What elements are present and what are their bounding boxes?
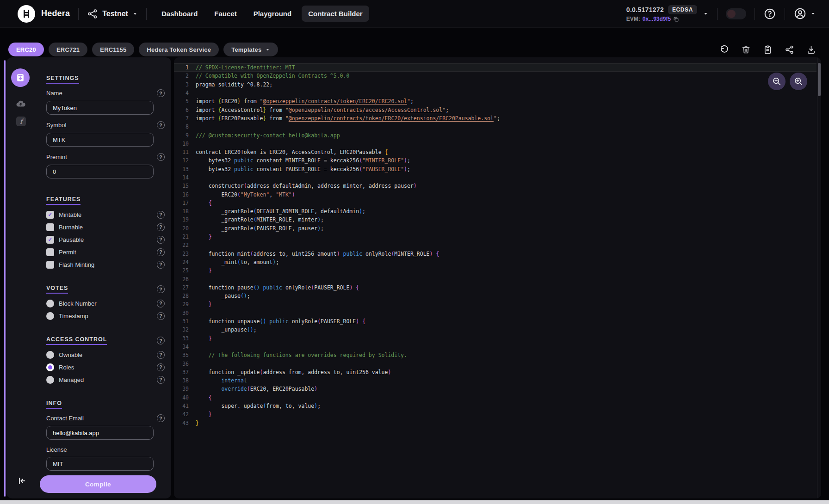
account-menu-button[interactable] — [793, 7, 806, 20]
line-number: 20 — [174, 225, 189, 232]
field-label-license: License — [46, 446, 67, 453]
editor-scrollbar[interactable] — [817, 57, 821, 498]
burnable-checkbox[interactable] — [46, 223, 54, 231]
timestamp-radio[interactable] — [46, 312, 54, 320]
code-line: 15 constructor(address defaultAdmin, add… — [174, 182, 817, 190]
help-icon[interactable]: ? — [157, 261, 165, 269]
network-selector[interactable]: Testnet — [87, 8, 138, 19]
option-label-mintable: Mintable — [59, 211, 81, 218]
line-number: 17 — [174, 200, 189, 206]
contract-file-icon[interactable] — [11, 68, 30, 87]
scrollbar-thumb[interactable] — [818, 63, 821, 96]
premint-input[interactable] — [46, 165, 154, 178]
code-line: 41 super._update(from, to, value); — [174, 402, 817, 410]
top-nav-right: 0.0.5171272 ECDSA EVM: 0x...93d9f5 — [626, 5, 816, 22]
code-line: 4 — [174, 89, 817, 97]
checkbox-row-burnable: Burnable? — [46, 223, 165, 231]
function-icon[interactable]: f — [16, 117, 26, 126]
account-chevron-down-icon[interactable] — [703, 11, 709, 17]
roles-radio[interactable] — [46, 363, 54, 371]
help-icon[interactable]: ? — [157, 236, 165, 244]
help-icon[interactable]: ? — [157, 414, 165, 422]
code-line: 3pragma solidity ^0.8.22; — [174, 80, 817, 89]
line-number: 26 — [174, 276, 189, 283]
radio-row-managed: Managed? — [46, 375, 165, 384]
line-number: 19 — [174, 216, 189, 223]
pausable-checkbox[interactable]: ✓ — [46, 236, 54, 244]
line-number: 43 — [174, 420, 189, 426]
field-premint: Premint? — [46, 153, 165, 178]
block-number-radio[interactable] — [46, 300, 54, 307]
help-button[interactable] — [763, 7, 776, 20]
mintable-checkbox[interactable]: ✓ — [46, 211, 54, 219]
divider — [755, 8, 755, 20]
flash-minting-checkbox[interactable] — [46, 261, 54, 269]
tab-hedera-token-service[interactable]: Hedera Token Service — [139, 43, 219, 56]
sidebar-accent-line — [4, 60, 6, 497]
help-icon[interactable]: ? — [157, 376, 165, 384]
help-icon[interactable]: ? — [157, 337, 165, 344]
help-icon[interactable]: ? — [157, 285, 165, 293]
code-editor[interactable]: 1// SPDX-License-Identifier: MIT2// Comp… — [174, 57, 821, 498]
nav-item-contract-builder[interactable]: Contract Builder — [302, 6, 369, 22]
code-line: 26 — [174, 275, 817, 283]
cloud-upload-icon[interactable] — [15, 98, 26, 109]
trash-icon[interactable] — [741, 45, 751, 55]
managed-radio[interactable] — [46, 376, 54, 384]
tab-erc721[interactable]: ERC721 — [49, 43, 87, 56]
tab-erc1155[interactable]: ERC1155 — [92, 43, 134, 56]
line-number: 28 — [174, 293, 189, 299]
section-heading-settings: SETTINGS — [46, 75, 79, 84]
help-icon[interactable]: ? — [157, 89, 165, 97]
name-input[interactable] — [46, 101, 154, 115]
hedera-logo-icon[interactable] — [18, 5, 35, 23]
permit-checkbox[interactable] — [46, 248, 54, 256]
icon-rail: f — [6, 57, 37, 498]
code-line: 43} — [174, 418, 817, 427]
license-input[interactable] — [46, 457, 154, 471]
radio-row-ownable: Ownable? — [46, 350, 165, 359]
tab-erc20[interactable]: ERC20 — [8, 43, 44, 56]
compile-button[interactable]: Compile — [40, 475, 156, 493]
share-icon[interactable] — [785, 45, 794, 55]
code-line: 12 bytes32 public constant MINTER_ROLE =… — [174, 156, 817, 165]
line-number: 9 — [174, 132, 189, 139]
help-icon[interactable]: ? — [157, 248, 165, 256]
zoom-in-icon[interactable] — [790, 73, 807, 90]
code-line: 23 function mint(address to, uint256 amo… — [174, 250, 817, 258]
code-text: override(ERC20, ERC20Pausable) — [196, 386, 317, 392]
zoom-out-icon[interactable] — [768, 73, 786, 90]
toggle-knob — [727, 10, 736, 18]
theme-toggle[interactable] — [726, 8, 746, 19]
help-icon[interactable]: ? — [157, 312, 165, 320]
clipboard-icon[interactable] — [763, 45, 773, 55]
collapse-sidebar-icon[interactable] — [17, 476, 27, 488]
account-menu-chevron-icon[interactable] — [810, 11, 816, 17]
help-icon[interactable]: ? — [157, 363, 165, 371]
app-window: Hedera Testnet DashboardFaucetPlayground… — [0, 0, 829, 504]
nav-item-playground[interactable]: Playground — [247, 6, 298, 22]
option-label-roles: Roles — [59, 364, 74, 371]
help-icon[interactable]: ? — [157, 223, 165, 231]
line-number: 32 — [174, 326, 189, 333]
copy-icon[interactable] — [673, 16, 679, 22]
ownable-radio[interactable] — [46, 351, 54, 359]
help-icon[interactable]: ? — [157, 121, 165, 129]
nav-item-dashboard[interactable]: Dashboard — [155, 6, 204, 22]
undo-icon[interactable] — [719, 45, 729, 55]
code-line: 36 — [174, 359, 817, 368]
help-icon[interactable]: ? — [157, 351, 165, 359]
help-icon[interactable]: ? — [157, 153, 165, 161]
symbol-input[interactable] — [46, 133, 154, 147]
help-icon[interactable]: ? — [157, 300, 165, 307]
nav-item-faucet[interactable]: Faucet — [208, 6, 243, 22]
help-icon[interactable]: ? — [157, 211, 165, 219]
contact-email-input[interactable] — [46, 426, 154, 440]
code-text: } — [196, 234, 212, 240]
download-icon[interactable] — [806, 45, 816, 55]
code-line: 21 } — [174, 233, 817, 241]
templates-dropdown[interactable]: Templates — [223, 43, 278, 56]
evm-address[interactable]: 0x...93d9f5 — [643, 16, 671, 22]
line-number: 3 — [174, 81, 189, 88]
section-heading-row: ACCESS CONTROL? — [46, 336, 165, 345]
